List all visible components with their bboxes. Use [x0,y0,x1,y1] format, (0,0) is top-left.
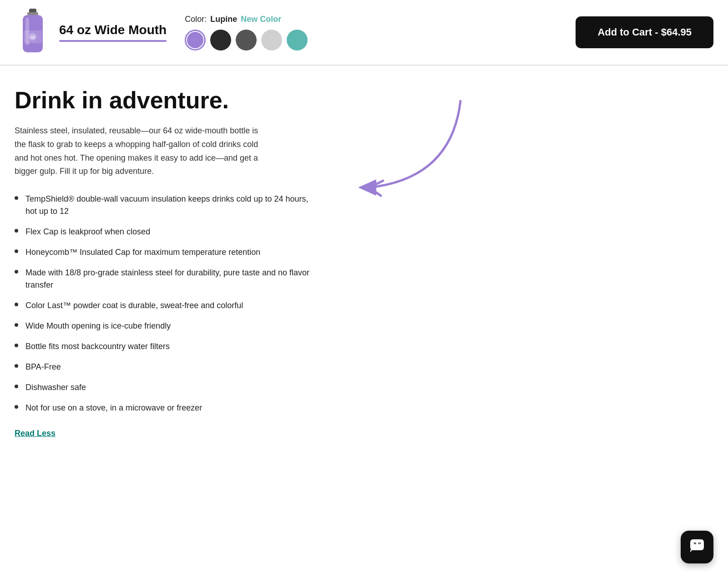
svg-rect-8 [690,539,704,550]
section-description: Stainless steel, insulated, reusable—our… [15,124,260,178]
list-item: Wide Mouth opening is ice-cube friendly [15,320,315,332]
feature-text: Bottle fits most backcountry water filte… [25,340,170,353]
list-item: Not for use on a stove, in a microwave o… [15,402,315,414]
left-column: Drink in adventure. Stainless steel, ins… [15,87,315,438]
swatch-black[interactable] [210,30,231,51]
product-image: HF [15,7,51,57]
svg-marker-7 [358,179,376,196]
color-label: Color: [185,15,207,24]
chat-icon: " " [689,538,705,557]
bullet-dot [15,344,18,347]
list-item: Honeycomb™ Insulated Cap for maximum tem… [15,246,315,259]
list-item: Flex Cap is leakproof when closed [15,226,315,238]
add-to-cart-button[interactable]: Add to Cart - $64.95 [576,16,713,48]
color-name: Lupine [210,15,237,24]
feature-text: Made with 18/8 pro-grade stainless steel… [25,267,315,291]
decorative-arrow [333,96,479,224]
top-bar: HF 64 oz Wide Mouth Color: Lupine New Co… [0,0,728,65]
chat-widget[interactable]: " " [681,531,713,563]
feature-text: Not for use on a stove, in a microwave o… [25,402,202,414]
feature-text: TempShield® double-wall vacuum insulatio… [25,193,315,218]
color-swatches [185,30,557,51]
bullet-dot [15,385,18,388]
read-less-button[interactable]: Read Less [15,429,56,438]
product-thumb-area: HF 64 oz Wide Mouth [15,7,167,57]
swatch-slate[interactable] [236,30,257,51]
list-item: Made with 18/8 pro-grade stainless steel… [15,267,315,291]
list-item: Dishwasher safe [15,381,315,394]
features-list: TempShield® double-wall vacuum insulatio… [15,193,315,414]
section-headline: Drink in adventure. [15,87,315,113]
list-item: Bottle fits most backcountry water filte… [15,340,315,353]
list-item: BPA-Free [15,361,315,373]
swatch-lupine[interactable] [185,30,206,51]
feature-text: Honeycomb™ Insulated Cap for maximum tem… [25,246,260,259]
feature-text: Dishwasher safe [25,381,86,394]
feature-text: Flex Cap is leakproof when closed [25,226,150,238]
new-color-badge: New Color [241,15,281,24]
bullet-dot [15,323,18,327]
svg-text:HF: HF [30,35,35,40]
product-title: 64 oz Wide Mouth [59,23,167,37]
feature-text: Color Last™ powder coat is durable, swea… [25,299,243,312]
arrow-area [315,87,713,438]
bullet-dot [15,249,18,253]
main-content: Drink in adventure. Stainless steel, ins… [0,66,728,456]
swatch-fog[interactable] [261,30,282,51]
list-item: Color Last™ powder coat is durable, swea… [15,299,315,312]
product-name-area: 64 oz Wide Mouth [59,23,167,42]
bullet-dot [15,303,18,306]
product-underline [59,40,167,42]
svg-text:": " [698,541,701,548]
feature-text: Wide Mouth opening is ice-cube friendly [25,320,171,332]
color-section: Color: Lupine New Color [185,15,557,51]
list-item: TempShield® double-wall vacuum insulatio… [15,193,315,218]
bullet-dot [15,196,18,200]
bullet-dot [15,405,18,409]
bullet-dot [15,364,18,368]
bullet-dot [15,229,18,233]
feature-text: BPA-Free [25,361,61,373]
swatch-teal[interactable] [287,30,308,51]
bullet-dot [15,270,18,274]
color-label-row: Color: Lupine New Color [185,15,557,24]
svg-text:": " [693,541,697,548]
svg-rect-1 [27,12,38,15]
